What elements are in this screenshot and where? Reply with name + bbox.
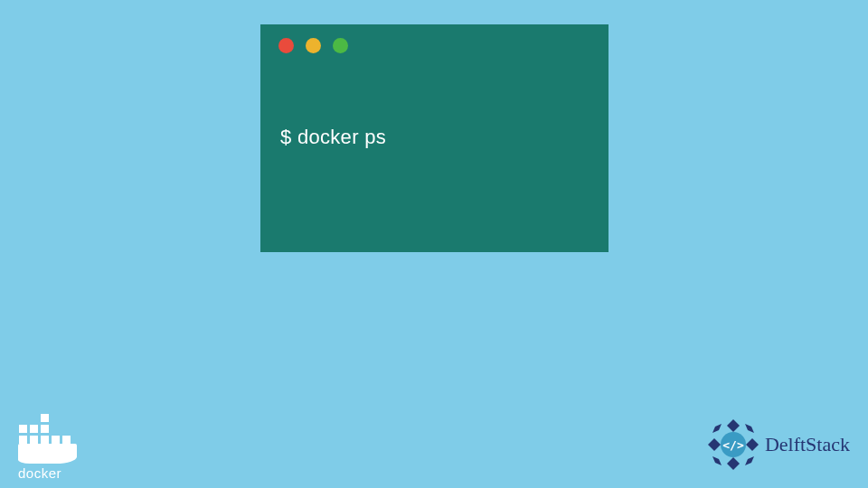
svg-marker-0 [727,419,740,432]
terminal-content: $ docker ps [260,67,609,149]
minimize-icon[interactable] [306,38,321,53]
terminal-command: $ docker ps [280,126,386,148]
docker-logo: docker [18,409,77,481]
svg-marker-2 [727,457,740,470]
maximize-icon[interactable] [333,38,348,53]
delftstack-logo: </> DelftStack [706,418,850,472]
docker-label: docker [18,465,77,481]
terminal-window: $ docker ps [260,24,609,252]
docker-whale-icon [18,409,72,446]
svg-marker-3 [708,438,721,451]
svg-marker-7 [712,424,722,433]
svg-text:</>: </> [722,438,744,452]
svg-marker-5 [745,456,754,465]
delftstack-emblem-icon: </> [706,418,760,472]
svg-marker-6 [712,456,722,465]
svg-marker-1 [746,438,759,451]
window-controls [260,24,609,67]
close-icon[interactable] [278,38,294,53]
delftstack-label: DelftStack [765,433,850,456]
svg-marker-4 [745,424,754,433]
